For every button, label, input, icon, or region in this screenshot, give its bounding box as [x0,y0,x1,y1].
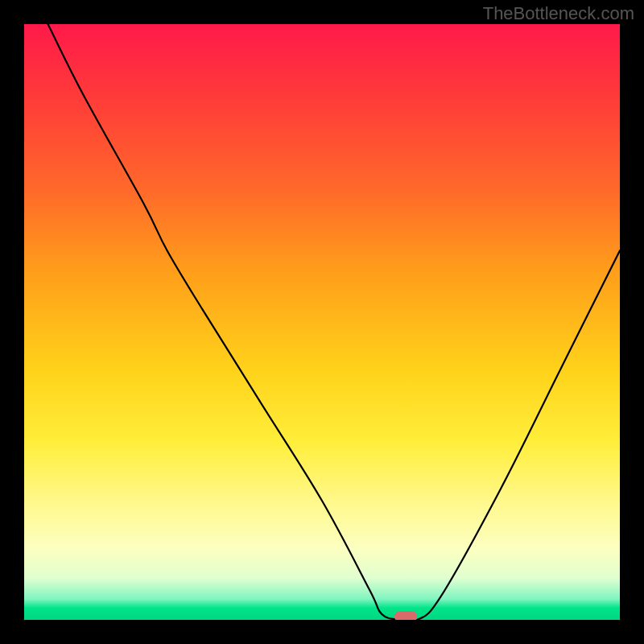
bottleneck-curve-svg [24,24,620,620]
plot-area [24,24,620,620]
minimum-marker [394,611,417,620]
bottleneck-curve-path [48,24,620,620]
watermark-text: TheBottleneck.com [483,3,634,24]
